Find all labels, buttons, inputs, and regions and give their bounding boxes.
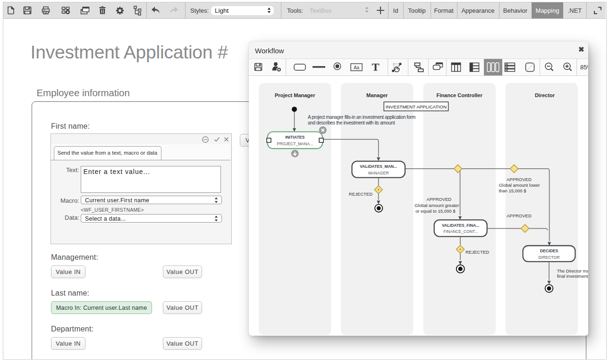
svg-text:VALIDATES_FINA...: VALIDATES_FINA... bbox=[442, 223, 479, 228]
svg-text:T: T bbox=[372, 62, 379, 73]
svg-text:MANAGER: MANAGER bbox=[368, 171, 389, 175]
svg-text:The Director makes: The Director makes bbox=[557, 268, 588, 273]
svg-text:than 15,000 $: than 15,000 $ bbox=[499, 188, 526, 193]
svg-text:Finance Controller: Finance Controller bbox=[437, 92, 483, 98]
svg-text:Global amount greater: Global amount greater bbox=[414, 203, 459, 208]
svg-text:final investment decisions: final investment decisions bbox=[557, 273, 588, 279]
svg-text:or equal to 15,000 $: or equal to 15,000 $ bbox=[415, 208, 456, 214]
svg-text:DIRECTOR: DIRECTOR bbox=[539, 255, 560, 260]
svg-text:INVESTMENT APPLICATION: INVESTMENT APPLICATION bbox=[386, 104, 447, 109]
svg-text:and describes the investment w: and describes the investment with its am… bbox=[308, 120, 395, 125]
svg-text:A project manager fills-in an: A project manager fills-in an investment… bbox=[308, 115, 415, 120]
svg-text:REJECTED: REJECTED bbox=[465, 249, 489, 255]
svg-text:Project Manager: Project Manager bbox=[275, 92, 315, 98]
svg-text:APPROVED: APPROVED bbox=[507, 177, 532, 182]
svg-text:FINANCE_CONT...: FINANCE_CONT... bbox=[443, 229, 478, 234]
svg-text:APPROVED: APPROVED bbox=[507, 213, 532, 218]
svg-text:APPROVED: APPROVED bbox=[426, 197, 451, 202]
svg-text:Aa: Aa bbox=[354, 65, 360, 70]
svg-text:Director: Director bbox=[535, 92, 555, 98]
svg-text:DECIDES: DECIDES bbox=[540, 248, 558, 253]
svg-text:REJECTED: REJECTED bbox=[349, 191, 372, 197]
svg-text:INITIATES: INITIATES bbox=[285, 135, 304, 140]
svg-text:Global amount lower: Global amount lower bbox=[499, 182, 540, 188]
svg-text:VALIDATES_MAN...: VALIDATES_MAN... bbox=[360, 164, 397, 169]
svg-text:PROJECT_MANA...: PROJECT_MANA... bbox=[277, 141, 313, 146]
svg-text:Manager: Manager bbox=[366, 92, 388, 98]
